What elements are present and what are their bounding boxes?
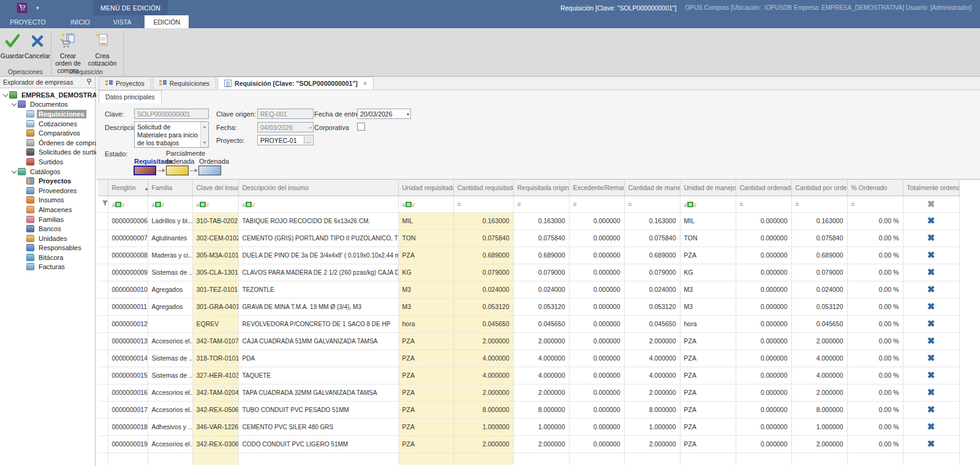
cell-cantidad-ordenada[interactable]: 0.000000 — [736, 229, 791, 246]
cell-unidad-requisitada[interactable]: PZA — [398, 435, 453, 453]
filter-cant-manejo[interactable]: = — [624, 196, 680, 212]
cell-cantidad-requisitada[interactable]: 2.000000 — [453, 384, 513, 401]
sidebar-item-unidades[interactable]: Unidades — [0, 234, 95, 243]
sidebar-item-cat-logos[interactable]: Catálogos — [0, 167, 95, 177]
sidebar-item-solicitudes-de-surtido[interactable]: Solicitudes de surtido — [0, 148, 95, 158]
cell-totalmente-ordenada[interactable]: ✖ — [903, 384, 959, 401]
filter-excedente[interactable]: = — [569, 196, 624, 212]
row-indicator-cell[interactable] — [98, 435, 108, 453]
cell-cantidad-ordenada[interactable]: 0.000000 — [736, 384, 791, 401]
cell-descripcion[interactable]: TABIQUE ROJO RECOCIDO DE 6x13x26 CM. — [238, 212, 398, 229]
quick-access-caret-icon[interactable]: ▾ — [36, 5, 39, 11]
cell-clave[interactable]: 342-TAM-0107 — [192, 332, 238, 350]
cell-totalmente-ordenada[interactable]: ✖ — [903, 229, 959, 246]
cell-familia[interactable]: Ladrillos y bl... — [148, 212, 192, 229]
cell-unidad-requisitada[interactable]: KG — [398, 264, 453, 281]
cell-cantidad-manejo[interactable]: 0.689000 — [624, 246, 680, 264]
cell-cantidad-por-ordenar[interactable]: 2.000000 — [791, 435, 847, 453]
cell-requisitada-original[interactable]: 4.000000 — [513, 367, 569, 384]
cancelar-button[interactable]: Cancelar — [24, 28, 50, 59]
cell-requisitada-original[interactable]: 0.079000 — [513, 264, 569, 281]
col-renglon[interactable]: Renglón▲ — [108, 180, 148, 196]
cell-clave[interactable]: 305-CLA-1301 — [192, 264, 238, 281]
table-row[interactable]: 0000000006 Ladrillos y bl... 310-TAB-020… — [98, 212, 959, 229]
cell-clave[interactable]: 327-HER-4103 — [192, 367, 238, 384]
table-row[interactable]: 0000000014 Sistemas de ... 318-TOR-0101 … — [98, 350, 959, 367]
not-fully-ordered-x-icon[interactable]: ✖ — [927, 370, 935, 380]
not-fully-ordered-x-icon[interactable]: ✖ — [927, 232, 935, 243]
not-fully-ordered-x-icon[interactable]: ✖ — [927, 404, 935, 414]
cell-cantidad-ordenada[interactable]: 0.000000 — [736, 418, 791, 435]
row-indicator-cell[interactable] — [98, 401, 108, 418]
cell-cantidad-por-ordenar[interactable]: 0.075840 — [791, 229, 847, 246]
filter-unidad-manejo[interactable]: aBc — [680, 196, 736, 212]
row-indicator-cell[interactable] — [98, 298, 108, 315]
sidebar-item-surtidos[interactable]: Surtidos — [0, 157, 95, 167]
cell-pct-ordenado[interactable]: 0.00 % — [847, 367, 903, 384]
cell-totalmente-ordenada[interactable]: ✖ — [903, 298, 959, 315]
table-row[interactable]: 0000000007 Aglutinantes 302-CEM-0102 CEM… — [98, 229, 959, 246]
cell-requisitada-original[interactable]: 8.000000 — [513, 401, 569, 418]
cell-descripcion[interactable]: CEMENTO PVC SILER 480 GRS — [238, 418, 398, 435]
not-fully-ordered-x-icon[interactable]: ✖ — [927, 215, 935, 226]
table-row[interactable]: 0000000009 Sistemas de ... 305-CLA-1301 … — [98, 264, 959, 281]
cell-unidad-requisitada[interactable]: PZA — [398, 384, 453, 401]
table-row[interactable]: 0000000016 Accesorios el... 342-TAM-0204… — [98, 384, 959, 401]
filter-familia[interactable]: aBc — [148, 196, 192, 212]
cell-pct-ordenado[interactable]: 0.00 % — [847, 435, 903, 453]
sidebar-item-facturas[interactable]: Facturas — [0, 262, 95, 272]
cell-clave[interactable]: 342-REX-0306 — [192, 435, 238, 453]
filter-totalmente[interactable]: ✖ — [903, 196, 959, 212]
cell-unidad-requisitada[interactable]: TON — [398, 229, 453, 246]
cell-unidad-manejo[interactable]: TON — [680, 229, 736, 246]
cell-cantidad-requisitada[interactable]: 0.163000 — [453, 212, 513, 229]
cell-renglon[interactable]: 0000000008 — [108, 246, 148, 264]
col-pct-ordenado[interactable]: % Ordenado — [847, 180, 903, 196]
cell-excedente[interactable]: 0.000000 — [569, 401, 624, 418]
cell-cantidad-manejo[interactable]: 0.163000 — [624, 212, 680, 229]
chevron-expand-icon[interactable] — [2, 92, 9, 98]
cell-cantidad-requisitada[interactable]: 4.000000 — [453, 350, 513, 367]
cell-pct-ordenado[interactable]: 0.00 % — [847, 229, 903, 246]
not-fully-ordered-x-icon[interactable]: ✖ — [927, 335, 935, 346]
cell-clave[interactable]: 305-M3A-0101 — [192, 246, 238, 264]
row-indicator-cell[interactable] — [98, 332, 108, 350]
cell-renglon[interactable]: 0000000007 — [108, 229, 148, 246]
cell-renglon[interactable]: 0000000012 — [108, 315, 148, 332]
cell-descripcion[interactable]: PDA — [238, 350, 398, 367]
filter-cantidad-req[interactable]: = — [453, 196, 513, 212]
cell-pct-ordenado[interactable]: 0.00 % — [847, 384, 903, 401]
cell-clave[interactable]: 310-TAB-0202 — [192, 212, 238, 229]
sidebar-item-responsables[interactable]: Responsables — [0, 243, 95, 253]
cell-cantidad-requisitada[interactable]: 0.075840 — [453, 229, 513, 246]
filter-clave[interactable]: aBc — [192, 196, 238, 212]
cell-cantidad-requisitada[interactable]: 0.045650 — [453, 315, 513, 332]
cell-pct-ordenado[interactable]: 0.00 % — [847, 212, 903, 229]
cell-excedente[interactable]: 0.000000 — [569, 246, 624, 264]
cell-cantidad-ordenada[interactable]: 0.000000 — [736, 281, 791, 298]
not-fully-ordered-x-icon[interactable]: ✖ — [927, 438, 935, 449]
not-fully-ordered-x-icon[interactable]: ✖ — [927, 250, 935, 260]
tab-proyectos[interactable]: Proyectos — [99, 77, 151, 90]
cell-excedente[interactable]: 0.000000 — [569, 332, 624, 350]
filter-funnel-cell[interactable] — [98, 196, 108, 212]
cell-familia[interactable]: Aglutinantes — [148, 229, 192, 246]
cell-unidad-manejo[interactable]: M3 — [680, 281, 736, 298]
cell-unidad-manejo[interactable]: PZA — [680, 401, 736, 418]
cell-cantidad-por-ordenar[interactable]: 4.000000 — [791, 367, 847, 384]
cell-pct-ordenado[interactable]: 0.00 % — [847, 264, 903, 281]
cell-cantidad-ordenada[interactable]: 0.000000 — [736, 246, 791, 264]
cell-cantidad-manejo[interactable]: 1.000000 — [624, 418, 680, 435]
col-clave-insumo[interactable]: Clave del insumo — [192, 180, 238, 196]
cell-clave[interactable]: 318-TOR-0101 — [192, 350, 238, 367]
cell-unidad-requisitada[interactable]: PZA — [398, 367, 453, 384]
table-row[interactable]: 0000000010 Agregados 301-TEZ-0101 TEZONT… — [98, 281, 959, 298]
cell-unidad-requisitada[interactable]: PZA — [398, 350, 453, 367]
cell-excedente[interactable]: 0.000000 — [569, 298, 624, 315]
sidebar-item-insumos[interactable]: Insumos — [0, 196, 95, 205]
row-indicator-cell[interactable] — [98, 418, 108, 435]
cell-descripcion[interactable]: CEMENTO (GRIS) PORTLAND TIPO II PUZOLANI… — [238, 229, 398, 246]
cell-clave[interactable]: 346-VAR-1226 — [192, 418, 238, 435]
cell-cantidad-por-ordenar[interactable]: 0.689000 — [791, 246, 847, 264]
cell-unidad-requisitada[interactable]: M3 — [398, 298, 453, 315]
